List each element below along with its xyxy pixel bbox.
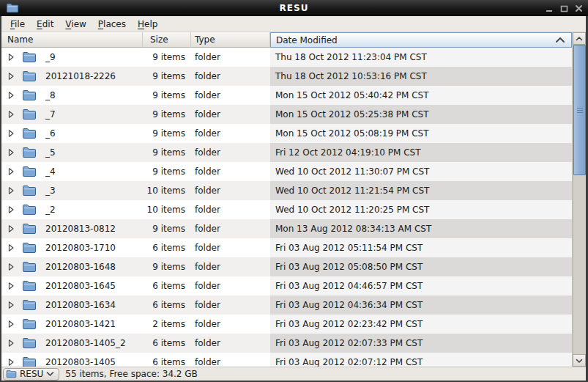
file-row[interactable]: 20120803-1421 2 items folder Fri 03 Aug … bbox=[1, 315, 572, 334]
file-row[interactable]: _8 9 items folder Mon 15 Oct 2012 05:40:… bbox=[1, 86, 572, 105]
file-row[interactable]: _2 10 items folder Wed 10 Oct 2012 11:20… bbox=[1, 200, 572, 219]
file-date-modified: Wed 10 Oct 2012 11:20:25 PM CST bbox=[270, 200, 572, 219]
expander-triangle-icon bbox=[7, 167, 15, 176]
row-expander[interactable] bbox=[1, 105, 21, 124]
folder-icon bbox=[22, 223, 37, 235]
expander-triangle-icon bbox=[7, 262, 15, 271]
file-name: _5 bbox=[41, 143, 143, 162]
expander-triangle-icon bbox=[7, 243, 15, 252]
file-row[interactable]: 20120803-1645 6 items folder Fri 03 Aug … bbox=[1, 276, 572, 295]
file-type: folder bbox=[191, 295, 270, 315]
file-name: 20120803-1405 bbox=[41, 353, 143, 367]
row-expander[interactable] bbox=[1, 67, 21, 86]
column-header-size[interactable]: Size bbox=[143, 32, 191, 48]
file-row[interactable]: 20120803-1405 6 items folder Fri 03 Aug … bbox=[1, 353, 572, 367]
row-expander[interactable] bbox=[1, 295, 21, 315]
expander-triangle-icon bbox=[7, 186, 15, 195]
row-expander[interactable] bbox=[1, 124, 21, 143]
column-headers: Name Size Type Date Modified bbox=[1, 32, 572, 48]
row-folder-icon-cell bbox=[21, 334, 41, 353]
column-header-type[interactable]: Type bbox=[191, 32, 270, 48]
menubar: File Edit View Places Help bbox=[1, 16, 586, 32]
minimize-button[interactable] bbox=[545, 4, 554, 13]
file-name: 20120803-1634 bbox=[41, 295, 143, 315]
row-expander[interactable] bbox=[1, 353, 21, 367]
row-folder-icon-cell bbox=[21, 219, 41, 238]
statusbar: RESU 55 items, Free space: 34.2 GB bbox=[1, 367, 586, 381]
row-expander[interactable] bbox=[1, 162, 21, 181]
file-row[interactable]: _3 10 items folder Wed 10 Oct 2012 11:21… bbox=[1, 181, 572, 200]
file-row[interactable]: _4 9 items folder Wed 10 Oct 2012 11:30:… bbox=[1, 162, 572, 181]
location-breadcrumb-button[interactable]: RESU bbox=[3, 368, 59, 381]
file-date-modified: Fri 03 Aug 2012 04:46:57 PM CST bbox=[270, 276, 572, 295]
file-row[interactable]: 20120803-1648 9 items folder Fri 03 Aug … bbox=[1, 257, 572, 276]
expander-triangle-icon bbox=[7, 301, 15, 309]
row-expander[interactable] bbox=[1, 334, 21, 353]
file-row[interactable]: _7 9 items folder Mon 15 Oct 2012 05:25:… bbox=[1, 105, 572, 124]
row-expander[interactable] bbox=[1, 257, 21, 276]
file-type: folder bbox=[191, 124, 270, 143]
file-name: 20120813-0812 bbox=[41, 219, 143, 238]
file-size: 9 items bbox=[143, 48, 191, 67]
expander-triangle-icon bbox=[7, 72, 15, 81]
file-size: 9 items bbox=[143, 67, 191, 86]
file-name: 20121018-2226 bbox=[41, 67, 143, 86]
folder-icon bbox=[22, 261, 37, 273]
file-row[interactable]: _9 9 items folder Thu 18 Oct 2012 11:23:… bbox=[1, 48, 572, 67]
menu-places[interactable]: Places bbox=[92, 17, 132, 32]
file-size: 6 items bbox=[143, 276, 191, 295]
scrollbar-trough[interactable] bbox=[573, 45, 586, 354]
row-expander[interactable] bbox=[1, 200, 21, 219]
row-expander[interactable] bbox=[1, 238, 21, 257]
close-button[interactable] bbox=[574, 4, 584, 13]
file-row[interactable]: _6 9 items folder Mon 15 Oct 2012 05:08:… bbox=[1, 124, 572, 143]
file-size: 9 items bbox=[143, 257, 191, 276]
column-header-name[interactable]: Name bbox=[1, 32, 143, 48]
row-expander[interactable] bbox=[1, 276, 21, 295]
file-row[interactable]: 20121018-2226 9 items folder Thu 18 Oct … bbox=[1, 67, 572, 86]
row-folder-icon-cell bbox=[21, 353, 41, 367]
row-expander[interactable] bbox=[1, 219, 21, 238]
menu-view[interactable]: View bbox=[59, 17, 92, 32]
file-size: 10 items bbox=[143, 181, 191, 200]
row-folder-icon-cell bbox=[21, 276, 41, 295]
file-row[interactable]: 20120813-0812 9 items folder Mon 13 Aug … bbox=[1, 219, 572, 238]
file-row[interactable]: 20120803-1710 6 items folder Fri 03 Aug … bbox=[1, 238, 572, 257]
row-expander[interactable] bbox=[1, 143, 21, 162]
file-date-modified: Fri 03 Aug 2012 02:07:12 PM CST bbox=[270, 353, 572, 367]
menu-file[interactable]: File bbox=[4, 17, 31, 32]
file-name: 20120803-1421 bbox=[41, 315, 143, 334]
file-type: folder bbox=[191, 143, 270, 162]
folder-icon bbox=[22, 204, 37, 216]
sort-chevron-up-icon bbox=[555, 36, 565, 44]
row-expander[interactable] bbox=[1, 315, 21, 334]
scroll-down-button[interactable] bbox=[573, 354, 586, 367]
column-header-date-modified[interactable]: Date Modified bbox=[270, 32, 572, 48]
file-type: folder bbox=[191, 219, 270, 238]
folder-icon bbox=[22, 89, 37, 101]
window-controls bbox=[545, 4, 584, 13]
file-date-modified: Mon 15 Oct 2012 05:08:19 PM CST bbox=[270, 124, 572, 143]
file-size: 6 items bbox=[143, 334, 191, 353]
scroll-up-button[interactable] bbox=[573, 32, 586, 45]
expander-triangle-icon bbox=[7, 339, 15, 348]
maximize-button[interactable] bbox=[559, 4, 569, 13]
menu-help[interactable]: Help bbox=[132, 17, 163, 32]
menu-edit[interactable]: Edit bbox=[31, 17, 59, 32]
expander-triangle-icon bbox=[7, 91, 15, 100]
folder-icon bbox=[22, 299, 37, 311]
file-row[interactable]: 20120803-1634 6 items folder Fri 03 Aug … bbox=[1, 295, 572, 315]
folder-icon bbox=[22, 356, 37, 367]
file-type: folder bbox=[191, 181, 270, 200]
scrollbar-thumb[interactable] bbox=[573, 45, 586, 175]
file-row[interactable]: _5 9 items folder Fri 12 Oct 2012 04:19:… bbox=[1, 143, 572, 162]
row-folder-icon-cell bbox=[21, 67, 41, 86]
file-row[interactable]: 20120803-1405_2 6 items folder Fri 03 Au… bbox=[1, 334, 572, 353]
vertical-scrollbar[interactable] bbox=[572, 32, 586, 367]
file-list-pane: Name Size Type Date Modified bbox=[1, 32, 572, 367]
row-expander[interactable] bbox=[1, 48, 21, 67]
scrollbar-grip bbox=[577, 108, 583, 113]
row-expander[interactable] bbox=[1, 86, 21, 105]
row-folder-icon-cell bbox=[21, 124, 41, 143]
row-expander[interactable] bbox=[1, 181, 21, 200]
